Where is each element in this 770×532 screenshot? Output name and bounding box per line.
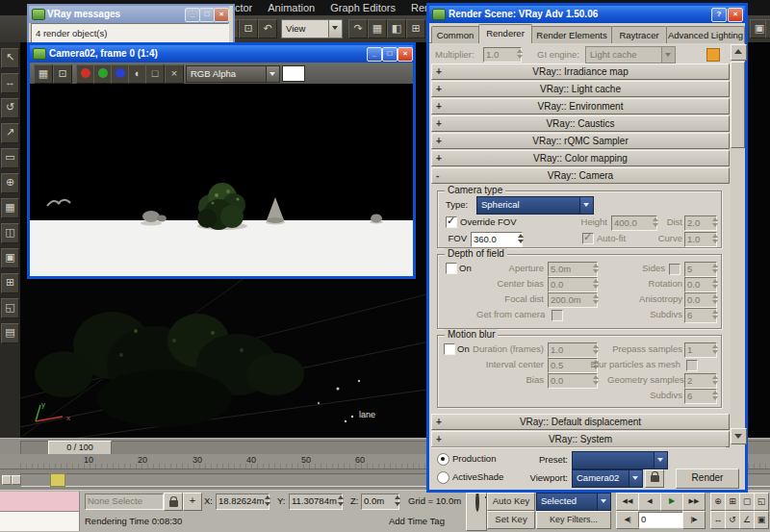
current-frame-field[interactable]: 0: [638, 512, 686, 528]
menu-animation[interactable]: Animation: [268, 0, 315, 15]
focal-dist-field[interactable]: 200.0m: [548, 292, 598, 308]
render-button[interactable]: Render: [676, 469, 739, 489]
toolbar-grid-button[interactable]: ⊞: [1, 273, 19, 293]
sides-checkbox[interactable]: [669, 264, 680, 275]
toolbar-render-button[interactable]: ▣: [1, 248, 19, 268]
aperture-field[interactable]: 5.0m: [548, 262, 598, 277]
auto-key-button[interactable]: Auto Key: [487, 493, 535, 511]
toolbar-region-button[interactable]: ▭: [1, 148, 19, 168]
toolbar-move-button[interactable]: ↔: [1, 73, 19, 93]
z-spinner[interactable]: [394, 494, 402, 508]
scrollbar-thumb[interactable]: [731, 62, 745, 148]
track-bar-key[interactable]: [50, 473, 65, 487]
layer-button[interactable]: ⊞: [406, 19, 425, 38]
menu-graph-editors[interactable]: Graph Editors: [330, 0, 396, 15]
maximize-viewport-button[interactable]: ▣: [754, 511, 769, 529]
y-spinner[interactable]: [337, 494, 346, 508]
dialog-scrollbar[interactable]: [731, 44, 745, 443]
bias-field[interactable]: 0.0: [548, 373, 598, 389]
blue-channel-button[interactable]: [111, 64, 130, 84]
toolbar-curve-button[interactable]: ◫: [1, 223, 19, 243]
redo-button[interactable]: ↷: [348, 19, 368, 38]
toolbar-select-button[interactable]: ↖: [1, 48, 19, 68]
rollout-default-displacement[interactable]: +VRay:: Default displacement: [431, 414, 730, 430]
previous-key-button[interactable]: ◀|: [616, 511, 639, 529]
y-coordinate-field[interactable]: 11.30784m: [289, 494, 343, 510]
minimize-button[interactable]: _: [185, 8, 200, 22]
key-filters-button[interactable]: Key Filters...: [536, 511, 611, 529]
sides-spinner[interactable]: [711, 262, 720, 275]
production-radio[interactable]: [437, 453, 449, 466]
center-bias-field[interactable]: 0.0: [548, 277, 598, 292]
mb-subdivs-spinner[interactable]: [711, 389, 720, 402]
blur-particles-checkbox[interactable]: [686, 360, 698, 371]
field-of-view-button[interactable]: ∠: [739, 511, 755, 529]
prepass-spinner[interactable]: [711, 342, 720, 356]
toolbar-display-button[interactable]: ▤: [1, 323, 19, 343]
bias-spinner[interactable]: [592, 373, 601, 387]
mb-on-checkbox[interactable]: [444, 343, 455, 355]
activeshade-radio[interactable]: [437, 471, 449, 484]
tab-renderer[interactable]: Renderer: [478, 24, 532, 43]
rotation-spinner[interactable]: [711, 277, 720, 291]
curve-spinner[interactable]: [711, 232, 720, 245]
track-bar-filter-button[interactable]: [12, 475, 21, 485]
clone-window-button[interactable]: ⊡: [53, 64, 72, 84]
next-key-button[interactable]: |▶: [682, 511, 706, 529]
close-button[interactable]: ×: [214, 8, 229, 22]
channel-display-dropdown[interactable]: RGB Alpha: [186, 65, 280, 83]
render-dialog-titlebar[interactable]: Render Scene: VRay Adv 1.50.06 ? ×: [429, 6, 745, 23]
zoom-all-button[interactable]: ⊞: [725, 493, 740, 511]
align-button[interactable]: ◧: [387, 19, 406, 38]
gi-engine-dropdown[interactable]: Light cache: [585, 46, 676, 63]
toolbar-mirror-button[interactable]: ◱: [1, 298, 19, 318]
rollout-irradiance-map[interactable]: +VRay:: Irradiance map: [431, 63, 730, 80]
close-button[interactable]: ×: [728, 8, 743, 22]
x-coordinate-field[interactable]: 18.82624m: [216, 494, 270, 510]
transform-typein-button[interactable]: +: [183, 493, 202, 511]
center-bias-spinner[interactable]: [592, 277, 601, 291]
mini-listener-toggle[interactable]: [2, 475, 12, 485]
camera02-titlebar[interactable]: Camera02, frame 0 (1:4) _ □ ×: [30, 45, 413, 63]
add-time-tag[interactable]: Add Time Tag: [389, 515, 445, 528]
maxscript-listener-pink[interactable]: [0, 492, 80, 512]
monochrome-button[interactable]: □: [145, 64, 165, 84]
selection-lock-button[interactable]: [164, 493, 183, 511]
arc-rotate-button[interactable]: ↺: [725, 511, 740, 529]
rollout-camera[interactable]: -VRay:: Camera: [431, 167, 730, 184]
focal-dist-spinner[interactable]: [592, 292, 601, 306]
quick-render-button[interactable]: ◉: [765, 19, 770, 38]
go-to-start-button[interactable]: ◀◀: [616, 493, 639, 511]
toolbar-scale-button[interactable]: ↗: [1, 123, 19, 143]
auto-fit-checkbox[interactable]: [582, 233, 594, 244]
background-color-swatch[interactable]: [282, 65, 305, 82]
toolbar-rotate-button[interactable]: ↺: [1, 98, 19, 118]
vray-messages-titlebar[interactable]: VRay messages _ □ ×: [29, 6, 229, 23]
mirror-button[interactable]: ▦: [368, 19, 387, 38]
duration-field[interactable]: 1.0: [548, 342, 598, 358]
set-keys-button[interactable]: [466, 493, 487, 531]
rollout-light-cache[interactable]: +VRay:: Light cache: [431, 81, 730, 97]
camera-type-dropdown[interactable]: Spherical: [476, 196, 594, 215]
multiplier-spinner[interactable]: [516, 47, 525, 61]
close-button[interactable]: ×: [398, 47, 413, 62]
tab-raytracer[interactable]: Raytracer: [611, 26, 667, 43]
clear-image-button[interactable]: ×: [165, 64, 184, 84]
rollout-color-mapping[interactable]: +VRay:: Color mapping: [431, 150, 730, 166]
maximize-button[interactable]: □: [199, 8, 215, 22]
geometry-samples-spinner[interactable]: [711, 373, 720, 387]
scroll-up-button[interactable]: [731, 44, 747, 61]
zoom-button[interactable]: ⊕: [710, 493, 726, 511]
zoom-region-button[interactable]: ◱: [754, 493, 769, 511]
select-region-button[interactable]: ⊡: [239, 19, 258, 38]
viewport-dropdown[interactable]: Camera02: [572, 469, 643, 488]
play-animation-button[interactable]: ▶: [660, 493, 683, 511]
alpha-channel-button[interactable]: ◐: [128, 64, 147, 84]
tab-common[interactable]: Common: [431, 26, 479, 43]
undo-button[interactable]: ↶: [258, 19, 277, 38]
set-key-button[interactable]: Set Key: [487, 511, 535, 529]
green-channel-button[interactable]: [93, 64, 113, 84]
rollout-environment[interactable]: +VRay:: Environment: [431, 98, 730, 114]
override-fov-checkbox[interactable]: [446, 216, 457, 228]
dof-subdivs-spinner[interactable]: [711, 308, 720, 321]
